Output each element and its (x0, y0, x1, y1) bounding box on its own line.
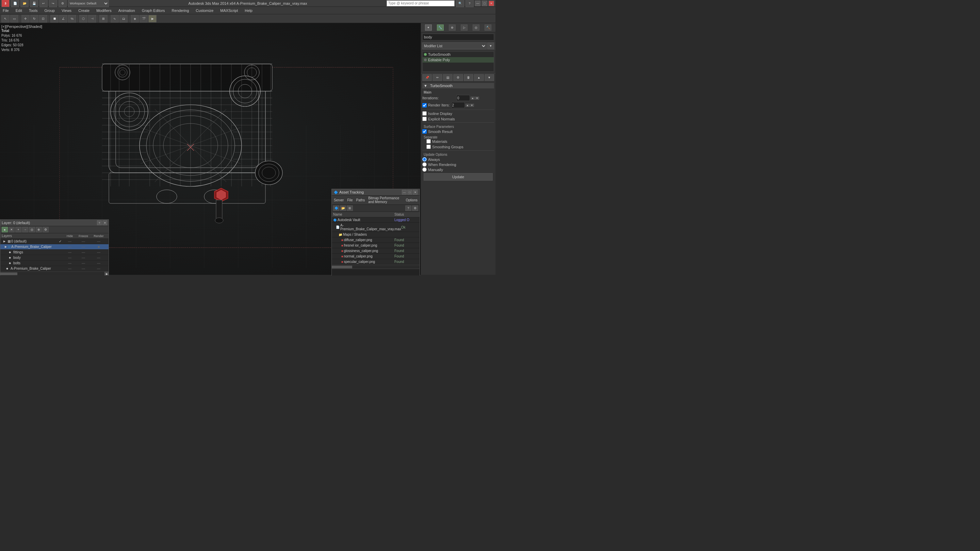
menu-rendering[interactable]: Rendering (170, 8, 191, 13)
schematic-btn[interactable]: 🗂 (119, 15, 127, 22)
render-iters-down[interactable]: ▼ (470, 104, 474, 107)
new-btn[interactable]: 📄 (11, 0, 19, 7)
render-iters-checkbox[interactable] (422, 103, 427, 108)
asset-tool-1[interactable]: 🔷 (333, 205, 339, 211)
modifier-list-dropdown[interactable]: Modifier List (422, 43, 487, 49)
layers-titlebar[interactable]: Layer: 0 (default) ? ✕ (0, 220, 108, 226)
menu-tools[interactable]: Tools (27, 8, 39, 13)
workspace-dropdown[interactable]: Workspace: Default (68, 0, 109, 7)
open-btn[interactable]: 📂 (21, 0, 29, 7)
menu-help[interactable]: Help (243, 8, 254, 13)
object-name-field[interactable] (422, 34, 494, 40)
config-btn[interactable]: ⚙ (59, 0, 67, 7)
snap-btn[interactable]: 🔲 (50, 15, 59, 22)
asset-row-normal[interactable]: ■ normal_caliper.png Found (332, 254, 420, 259)
menu-group[interactable]: Group (43, 8, 56, 13)
layer-manager-btn[interactable]: ⊞ (99, 15, 108, 22)
close-btn[interactable]: ✕ (488, 1, 494, 6)
asset-row-vault[interactable]: 🔷 Autodesk Vault Logged O (332, 218, 420, 223)
asset-row-gloss[interactable]: ■ glossiness_caliper.png Found (332, 248, 420, 254)
modify-tab-icon[interactable]: 🔧 (437, 24, 444, 30)
sub-up-btn[interactable]: ▲ (474, 74, 484, 81)
menu-graph-editors[interactable]: Graph Editors (140, 8, 166, 13)
asset-titlebar[interactable]: 🔷 Asset Tracking — □ ✕ (332, 189, 420, 195)
select-region-btn[interactable]: ▭ (10, 15, 18, 22)
asset-row-diffuse[interactable]: ■ diffuse_caliper.png Found (332, 237, 420, 243)
percent-snap-btn[interactable]: % (68, 15, 76, 22)
maximize-btn[interactable]: □ (482, 1, 487, 6)
asset-maximize-btn[interactable]: □ (407, 190, 412, 195)
material-editor-btn[interactable]: ◈ (130, 15, 139, 22)
layer-delete-btn[interactable]: ✕ (8, 227, 14, 232)
layer-select-objects-btn[interactable]: ◎ (29, 227, 35, 232)
modifier-turbosmooth[interactable]: TurboSmooth (423, 52, 494, 57)
asset-menu-bitmap[interactable]: Bitmap Performance and Memory (368, 196, 402, 204)
display-tab-icon[interactable]: ◎ (473, 24, 479, 30)
create-tab-icon[interactable]: ✦ (425, 24, 432, 30)
asset-tool-help[interactable]: ? (405, 205, 411, 211)
sub-delete-btn[interactable]: 🗑 (464, 74, 473, 81)
menu-customize[interactable]: Customize (194, 8, 215, 13)
minimize-btn[interactable]: — (475, 1, 480, 6)
iterations-input[interactable] (456, 95, 470, 101)
asset-tool-2[interactable]: 📂 (340, 205, 346, 211)
iterations-down[interactable]: ▼ (475, 97, 479, 100)
smooth-result-checkbox[interactable] (422, 129, 427, 134)
sub-more-btn[interactable]: ▤ (443, 74, 453, 81)
select-btn[interactable]: ↖ (2, 15, 10, 22)
mirror-btn[interactable]: ⬡ (79, 15, 88, 22)
search-input[interactable] (387, 0, 455, 6)
asset-menu-file[interactable]: File (347, 198, 353, 202)
update-button[interactable]: Update (424, 173, 493, 181)
menu-edit[interactable]: Edit (14, 8, 24, 13)
layer-row-brake-sub[interactable]: ◆ A-Premium_Brake_Caliper — — — (0, 266, 108, 272)
render-iters-up[interactable]: ▲ (466, 104, 469, 107)
render-setup-btn[interactable]: 🎬 (140, 15, 148, 22)
asset-row-specular[interactable]: ■ specular_caliper.png Found (332, 259, 420, 265)
layers-scrollbar[interactable]: ▶ (0, 272, 108, 275)
modifier-list-options[interactable]: ▼ (487, 43, 494, 49)
menu-animation[interactable]: Animation (117, 8, 137, 13)
utilities-tab-icon[interactable]: 🔨 (485, 24, 492, 30)
modifier-editable-poly[interactable]: Editable Poly (423, 57, 494, 63)
layer-add-btn[interactable]: + (15, 227, 21, 232)
always-radio[interactable] (422, 157, 427, 162)
curve-editor-btn[interactable]: ∿ (111, 15, 119, 22)
asset-menu-options[interactable]: Options (406, 198, 417, 202)
asset-minimize-btn[interactable]: — (402, 190, 407, 195)
search-btn[interactable]: 🔍 (456, 0, 464, 7)
redo-btn[interactable]: ↪ (49, 0, 57, 7)
sub-config-btn[interactable]: ⚙ (453, 74, 463, 81)
undo-btn[interactable]: ↩ (40, 0, 48, 7)
menu-views[interactable]: Views (60, 8, 73, 13)
when-rendering-radio[interactable] (422, 162, 427, 167)
asset-menu-paths[interactable]: Paths (356, 198, 365, 202)
asset-scrollbar-thumb[interactable] (332, 266, 352, 268)
layers-scrollbar-thumb[interactable] (0, 272, 18, 275)
menu-maxscript[interactable]: MAXScript (219, 8, 239, 13)
sub-edit-btn[interactable]: ✏ (433, 74, 442, 81)
save-btn[interactable]: 💾 (30, 0, 38, 7)
sub-pin-btn[interactable]: 📌 (422, 74, 432, 81)
layers-close-btn[interactable]: ✕ (102, 221, 107, 225)
asset-row-fresnel[interactable]: ■ fresnel ior_caliper.png Found (332, 243, 420, 248)
layer-row-body[interactable]: ◆ body — — — (0, 255, 108, 260)
menu-modifiers[interactable]: Modifiers (95, 8, 113, 13)
asset-row-max-file[interactable]: 📄 A-Premium_Brake_Caliper_max_vray.max O… (332, 223, 420, 232)
rotate-btn[interactable]: ↻ (30, 15, 38, 22)
motion-tab-icon[interactable]: ▷ (461, 24, 468, 30)
render-btn[interactable]: ▶ (148, 15, 156, 22)
angle-snap-btn[interactable]: ∠ (59, 15, 67, 22)
align-btn[interactable]: ⊣ (88, 15, 96, 22)
hierarchy-tab-icon[interactable]: ⊕ (449, 24, 456, 30)
layer-add-objects-btn[interactable]: ⊕ (36, 227, 42, 232)
layer-row-default[interactable]: ▶ 0 (default) ✓ — — — (0, 239, 108, 244)
explicit-normals-checkbox[interactable] (422, 117, 427, 121)
scale-btn[interactable]: ⊡ (39, 15, 47, 22)
layer-row-fittings[interactable]: ◆ fittings — — — (0, 250, 108, 255)
asset-row-maps[interactable]: 📁 Maps / Shaders (332, 232, 420, 237)
layer-row-premium[interactable]: ▶ A-Premium_Brake_Caliper — — ■ (0, 244, 108, 250)
isoline-display-checkbox[interactable] (422, 111, 427, 116)
move-btn[interactable]: ✛ (21, 15, 30, 22)
layers-help-btn[interactable]: ? (97, 221, 102, 225)
